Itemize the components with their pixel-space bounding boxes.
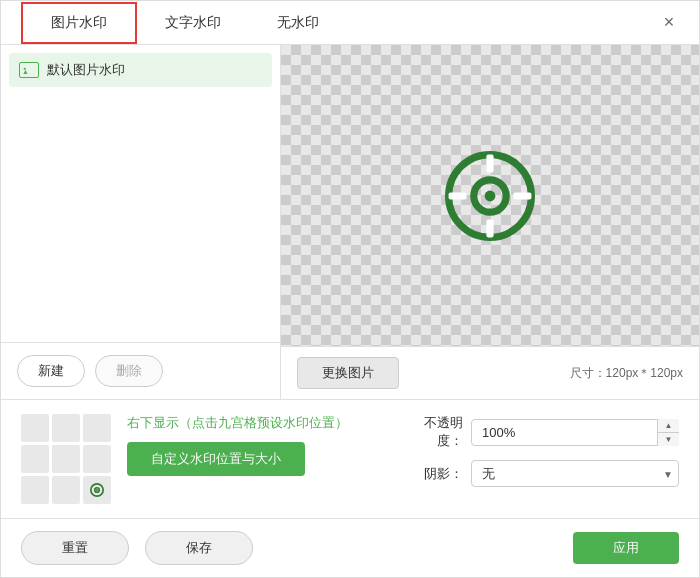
image-icon <box>19 62 39 78</box>
left-panel: 默认图片水印 新建 删除 <box>1 45 281 399</box>
grid-cell-mc[interactable] <box>52 445 80 473</box>
opacity-input[interactable] <box>471 419 679 446</box>
watermark-preview <box>440 146 540 246</box>
svg-rect-6 <box>513 192 531 199</box>
right-panel: 更换图片 尺寸：120px＊120px <box>281 45 699 399</box>
save-button[interactable]: 保存 <box>145 531 253 565</box>
opacity-down-button[interactable]: ▼ <box>658 433 679 446</box>
opacity-label: 不透明度： <box>407 414 463 450</box>
svg-rect-3 <box>486 154 493 172</box>
close-button[interactable]: × <box>655 9 683 37</box>
right-settings: 不透明度： ▲ ▼ 阴影： 无 轻微 中等 强烈 <box>407 414 679 487</box>
change-image-button[interactable]: 更换图片 <box>297 357 399 389</box>
watermark-item-label: 默认图片水印 <box>47 61 125 79</box>
settings-panel: 右下显示（点击九宫格预设水印位置） 自定义水印位置与大小 不透明度： ▲ ▼ 阴… <box>1 399 699 518</box>
size-label: 尺寸：120px＊120px <box>570 365 683 382</box>
opacity-spinner: ▲ ▼ <box>657 419 679 446</box>
shadow-label: 阴影： <box>407 465 463 483</box>
left-panel-buttons: 新建 删除 <box>1 342 280 399</box>
watermark-list: 默认图片水印 <box>1 45 280 342</box>
svg-point-9 <box>96 489 98 491</box>
apply-button[interactable]: 应用 <box>573 532 679 564</box>
grid-cell-bl[interactable] <box>21 476 49 504</box>
grid-cell-tc[interactable] <box>52 414 80 442</box>
shadow-select-wrap: 无 轻微 中等 强烈 ▼ <box>471 460 679 487</box>
tab-header: 图片水印 文字水印 无水印 × <box>1 1 699 45</box>
grid-cell-bc[interactable] <box>52 476 80 504</box>
tab-image[interactable]: 图片水印 <box>21 2 137 44</box>
delete-button[interactable]: 删除 <box>95 355 163 387</box>
grid-cell-br[interactable] <box>83 476 111 504</box>
new-button[interactable]: 新建 <box>17 355 85 387</box>
list-item[interactable]: 默认图片水印 <box>9 53 272 87</box>
grid-cell-tl[interactable] <box>21 414 49 442</box>
position-grid <box>21 414 111 504</box>
svg-rect-5 <box>449 192 467 199</box>
shadow-row: 阴影： 无 轻微 中等 强烈 ▼ <box>407 460 679 487</box>
tab-text[interactable]: 文字水印 <box>137 4 249 42</box>
main-content: 默认图片水印 新建 删除 <box>1 45 699 399</box>
footer: 重置 保存 应用 <box>1 518 699 577</box>
opacity-row: 不透明度： ▲ ▼ <box>407 414 679 450</box>
mini-logo-icon <box>90 483 104 497</box>
position-hint[interactable]: 右下显示（点击九宫格预设水印位置） <box>127 414 407 432</box>
watermark-dialog: 图片水印 文字水印 无水印 × 默认图片水印 新建 删除 <box>0 0 700 578</box>
grid-cell-mr[interactable] <box>83 445 111 473</box>
preview-area <box>281 45 699 346</box>
custom-position-button[interactable]: 自定义水印位置与大小 <box>127 442 305 476</box>
logo-svg <box>445 151 535 241</box>
grid-cell-tr[interactable] <box>83 414 111 442</box>
preview-bottom: 更换图片 尺寸：120px＊120px <box>281 346 699 399</box>
svg-point-2 <box>485 190 496 201</box>
reset-button[interactable]: 重置 <box>21 531 129 565</box>
position-info: 右下显示（点击九宫格预设水印位置） 自定义水印位置与大小 <box>127 414 407 476</box>
opacity-input-wrap: ▲ ▼ <box>471 419 679 446</box>
opacity-up-button[interactable]: ▲ <box>658 419 679 433</box>
position-grid-area <box>21 414 111 504</box>
svg-rect-4 <box>486 219 493 237</box>
grid-cell-ml[interactable] <box>21 445 49 473</box>
tab-none[interactable]: 无水印 <box>249 4 347 42</box>
shadow-select[interactable]: 无 轻微 中等 强烈 <box>471 460 679 487</box>
